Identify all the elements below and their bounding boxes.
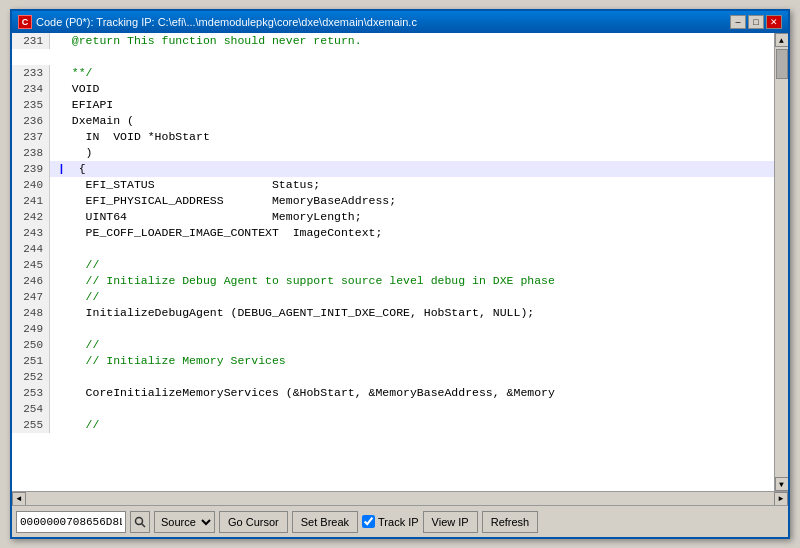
code-scroll[interactable]: 231 @return This function should never r…: [12, 33, 774, 491]
table-row: 252: [12, 369, 774, 385]
line-number: 254: [12, 401, 50, 417]
line-number: 251: [12, 353, 50, 369]
line-number: 241: [12, 193, 50, 209]
code-area: 231 @return This function should never r…: [12, 33, 788, 491]
title-bar-left: C Code (P0*): Tracking IP: C:\efi\...\md…: [18, 15, 417, 29]
svg-line-1: [142, 523, 146, 527]
track-ip-checkbox-label[interactable]: Track IP: [362, 515, 419, 528]
table-row: 234 VOID: [12, 81, 774, 97]
table-row: 240 EFI_STATUS Status;: [12, 177, 774, 193]
line-number: 244: [12, 241, 50, 257]
scroll-down-arrow[interactable]: ▼: [775, 477, 789, 491]
table-row: 245 //: [12, 257, 774, 273]
line-number: 243: [12, 225, 50, 241]
line-number: 237: [12, 129, 50, 145]
refresh-button[interactable]: Refresh: [482, 511, 539, 533]
table-row: 235 EFIAPI: [12, 97, 774, 113]
line-code: **/: [50, 65, 93, 81]
table-row: 236 DxeMain (: [12, 113, 774, 129]
table-row: 255 //: [12, 417, 774, 433]
line-code: //: [50, 337, 99, 353]
line-code: ): [50, 145, 93, 161]
table-row: 233 **/: [12, 65, 774, 81]
line-code: InitializeDebugAgent (DEBUG_AGENT_INIT_D…: [50, 305, 534, 321]
line-number: 245: [12, 257, 50, 273]
table-row: 247 //: [12, 289, 774, 305]
line-code: //: [50, 257, 99, 273]
line-number: 255: [12, 417, 50, 433]
table-row: 246 // Initialize Debug Agent to support…: [12, 273, 774, 289]
table-row: 251 // Initialize Memory Services: [12, 353, 774, 369]
table-row: 253 CoreInitializeMemoryServices (&HobSt…: [12, 385, 774, 401]
window-title: Code (P0*): Tracking IP: C:\efi\...\mdem…: [36, 16, 417, 28]
cursor-indicator: |: [58, 162, 65, 175]
line-code: PE_COFF_LOADER_IMAGE_CONTEXT ImageContex…: [50, 225, 382, 241]
line-number: 248: [12, 305, 50, 321]
line-number: 233: [12, 65, 50, 81]
maximize-button[interactable]: □: [748, 15, 764, 29]
line-number: 239: [12, 161, 50, 177]
minimize-button[interactable]: –: [730, 15, 746, 29]
line-number: 247: [12, 289, 50, 305]
table-row: 249: [12, 321, 774, 337]
toolbar: Source Go Cursor Set Break Track IP View…: [12, 505, 788, 537]
line-code: VOID: [50, 81, 99, 97]
main-window: C Code (P0*): Tracking IP: C:\efi\...\md…: [10, 9, 790, 539]
code-content: 231 @return This function should never r…: [12, 33, 774, 433]
line-code: UINT64 MemoryLength;: [50, 209, 362, 225]
table-row: 250 //: [12, 337, 774, 353]
line-number: 238: [12, 145, 50, 161]
line-number: 242: [12, 209, 50, 225]
line-number: 236: [12, 113, 50, 129]
line-number: 231: [12, 33, 50, 49]
table-row: 244: [12, 241, 774, 257]
table-row: 242 UINT64 MemoryLength;: [12, 209, 774, 225]
line-number: 249: [12, 321, 50, 337]
line-number: 240: [12, 177, 50, 193]
go-cursor-button[interactable]: Go Cursor: [219, 511, 288, 533]
scroll-thumb[interactable]: [776, 49, 788, 79]
scroll-up-arrow[interactable]: ▲: [775, 33, 789, 47]
table-row: 241 EFI_PHYSICAL_ADDRESS MemoryBaseAddre…: [12, 193, 774, 209]
table-row: [12, 49, 774, 65]
line-code: DxeMain (: [50, 113, 134, 129]
line-code: IN VOID *HobStart: [50, 129, 210, 145]
line-number: 250: [12, 337, 50, 353]
track-ip-label: Track IP: [378, 516, 419, 528]
line-code: //: [50, 289, 99, 305]
line-code: @return This function should never retur…: [50, 33, 362, 49]
table-row: 231 @return This function should never r…: [12, 33, 774, 49]
scroll-left-arrow[interactable]: ◄: [12, 492, 26, 506]
svg-point-0: [136, 517, 143, 524]
table-row: 239| {: [12, 161, 774, 177]
vertical-scrollbar[interactable]: ▲ ▼: [774, 33, 788, 491]
address-input[interactable]: [16, 511, 126, 533]
scroll-track-h: [26, 493, 774, 505]
source-select[interactable]: Source: [154, 511, 215, 533]
line-number: 246: [12, 273, 50, 289]
title-bar: C Code (P0*): Tracking IP: C:\efi\...\md…: [12, 11, 788, 33]
table-row: 238 ): [12, 145, 774, 161]
close-button[interactable]: ✕: [766, 15, 782, 29]
table-row: 237 IN VOID *HobStart: [12, 129, 774, 145]
line-code: CoreInitializeMemoryServices (&HobStart,…: [50, 385, 555, 401]
set-break-button[interactable]: Set Break: [292, 511, 358, 533]
code-wrapper: 231 @return This function should never r…: [12, 33, 788, 505]
view-ip-button[interactable]: View IP: [423, 511, 478, 533]
line-code: // Initialize Debug Agent to support sou…: [50, 273, 555, 289]
horizontal-scrollbar[interactable]: ◄ ►: [12, 491, 788, 505]
search-icon[interactable]: [130, 511, 150, 533]
table-row: 243 PE_COFF_LOADER_IMAGE_CONTEXT ImageCo…: [12, 225, 774, 241]
line-number: 252: [12, 369, 50, 385]
line-number: 235: [12, 97, 50, 113]
table-row: 248 InitializeDebugAgent (DEBUG_AGENT_IN…: [12, 305, 774, 321]
track-ip-checkbox[interactable]: [362, 515, 375, 528]
table-row: 254: [12, 401, 774, 417]
line-number: 234: [12, 81, 50, 97]
line-code: | {: [50, 161, 86, 177]
line-number: 253: [12, 385, 50, 401]
app-icon: C: [18, 15, 32, 29]
line-code: EFIAPI: [50, 97, 113, 113]
line-code: // Initialize Memory Services: [50, 353, 286, 369]
scroll-right-arrow[interactable]: ►: [774, 492, 788, 506]
